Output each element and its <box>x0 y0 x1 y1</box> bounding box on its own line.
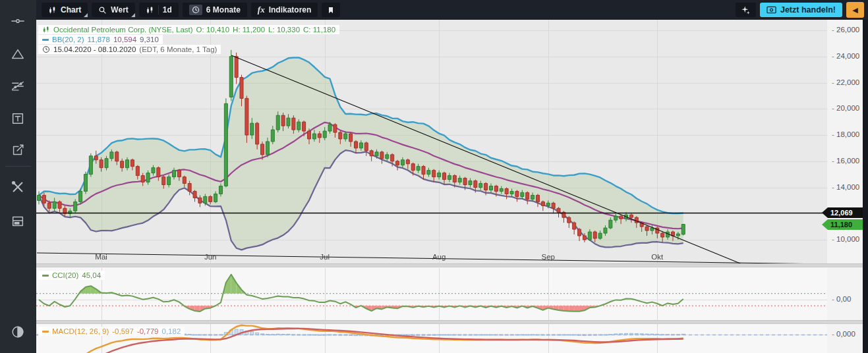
date-range-meta: (EDT, 6 Monate, 1 Tag) <box>139 45 217 53</box>
x-axis-label: Mai <box>95 253 107 261</box>
y-axis-label: 18,000 <box>832 130 859 138</box>
bookmark-button[interactable] <box>322 3 340 17</box>
cci-label: CCI(20) <box>52 271 78 279</box>
y-axis-label: 24,000 <box>832 52 859 60</box>
x-axis-label: Okt <box>651 253 663 261</box>
y-axis-label: 10,000 <box>832 235 859 243</box>
banknote-icon <box>767 6 776 14</box>
dropdown-fold-icon <box>131 13 135 17</box>
macd-hist-value: 0,182 <box>162 327 181 335</box>
collapse-panel-button[interactable]: ◀ <box>846 2 864 18</box>
bollinger-legend: BB(20, 2) 11,878 10,594 9,310 <box>38 35 163 44</box>
macd-signal-value: -0,779 <box>137 327 159 335</box>
instrument-legend: Occidental Petroleum Corp. (NYSE, Last) … <box>38 25 339 34</box>
cci-axis-zero: 0,00 <box>832 295 851 303</box>
bb-label: BB(20, 2) <box>52 36 84 43</box>
chart-button-label: Chart <box>61 5 81 14</box>
y-axis-label: 22,000 <box>832 78 859 86</box>
cci-legend: CCI(20) 45,04 <box>38 271 105 280</box>
theme-toggle-icon[interactable] <box>10 324 26 340</box>
y-axis-label: 16,000 <box>832 157 859 165</box>
time-range-button[interactable]: 6 Monate <box>183 3 247 17</box>
macd-line-swatch-icon <box>42 331 49 333</box>
y-axis-label: 20,000 <box>832 104 859 112</box>
time-range-label: 6 Monate <box>206 5 241 14</box>
date-range-legend: 15.04.2020 - 08.10.2020 (EDT, 6 Monate, … <box>38 45 221 54</box>
bb-line-swatch-icon <box>42 39 49 41</box>
macd-value: -0,597 <box>112 327 134 335</box>
text-tool-icon[interactable] <box>10 111 26 126</box>
button-divider <box>158 5 159 14</box>
low-value: L: 10,330 <box>268 26 300 34</box>
x-axis-label: Aug <box>432 253 446 261</box>
close-value: C: 11,180 <box>303 26 335 34</box>
indicators-label: Indikatoren <box>269 5 312 14</box>
macd-axis-zero: 0,000 <box>832 330 855 338</box>
high-value: H: 11,200 <box>233 26 265 34</box>
macd-label: MACD(12, 26, 9) <box>52 327 109 335</box>
bb-mid-value: 10,594 <box>113 36 136 43</box>
trade-now-label: Jetzt handeln! <box>780 5 836 14</box>
horizontal-line-tool-icon[interactable] <box>10 13 26 29</box>
candlestick-icon <box>42 26 50 34</box>
drawing-tools-sidebar <box>0 0 36 353</box>
annotation-tool-icon[interactable] <box>10 142 26 158</box>
trade-now-button[interactable]: Jetzt handeln! <box>760 3 842 17</box>
tools-icon[interactable] <box>10 179 26 195</box>
panel-resize-handle[interactable] <box>36 320 863 324</box>
candlestick-icon <box>48 6 57 14</box>
clock-icon <box>189 5 202 15</box>
candlestick-icon <box>146 6 154 14</box>
clock-icon <box>42 45 50 53</box>
trading-app: Chart Wert 1d 6 Monate fx Indikatoren <box>0 0 868 353</box>
bb-upper-value: 11,878 <box>88 36 110 43</box>
macd-legend: MACD(12, 26, 9) -0,597 -0,779 0,182 <box>38 327 185 336</box>
open-value: O: 10,410 <box>196 26 230 34</box>
chart-toolbar: Chart Wert 1d 6 Monate fx Indikatoren <box>36 0 868 20</box>
indicators-button[interactable]: fx Indikatoren <box>251 3 318 17</box>
y-axis-label: 14,000 <box>832 183 859 191</box>
layout-icon[interactable] <box>10 213 26 229</box>
x-axis-label: Jul <box>320 253 330 261</box>
last-price-value: 11,180 <box>830 221 852 229</box>
dropdown-fold-icon <box>84 13 88 17</box>
chart-type-button[interactable]: Chart <box>42 3 88 17</box>
x-axis-label: Jun <box>204 253 217 261</box>
y-axis-label: 26,000 <box>832 26 859 34</box>
interval-button[interactable]: 1d <box>139 3 179 17</box>
chevron-left-icon: ◀ <box>852 6 857 14</box>
interval-label: 1d <box>163 5 172 14</box>
cci-line-swatch-icon <box>42 275 49 277</box>
horizontal-line-price-tag: 12,069 <box>822 207 863 218</box>
date-range-value: 15.04.2020 - 08.10.2020 <box>53 45 136 53</box>
search-button-label: Wert <box>111 5 128 14</box>
fibonacci-tool-icon[interactable] <box>10 78 26 94</box>
instrument-name: Occidental Petroleum Corp. (NYSE, Last) <box>53 26 193 34</box>
line-price-value: 12,069 <box>830 209 853 217</box>
magic-tools-button[interactable] <box>736 3 756 17</box>
bb-lower-value: 9,310 <box>140 36 159 43</box>
collapsed-panel-strip[interactable] <box>863 0 868 353</box>
sparkles-icon <box>741 5 751 15</box>
last-price-tag: 11,180 <box>822 219 863 230</box>
search-icon <box>98 6 107 14</box>
shapes-tool-icon[interactable] <box>10 46 26 62</box>
cci-value: 45,04 <box>82 271 101 279</box>
x-axis-label: Sep <box>541 253 554 261</box>
symbol-search-button[interactable]: Wert <box>92 3 134 17</box>
sidebar-divider <box>5 166 31 167</box>
fx-icon: fx <box>258 5 265 15</box>
bookmark-icon <box>327 6 335 14</box>
chart-canvas[interactable] <box>36 20 827 353</box>
panel-resize-handle[interactable] <box>36 263 863 267</box>
